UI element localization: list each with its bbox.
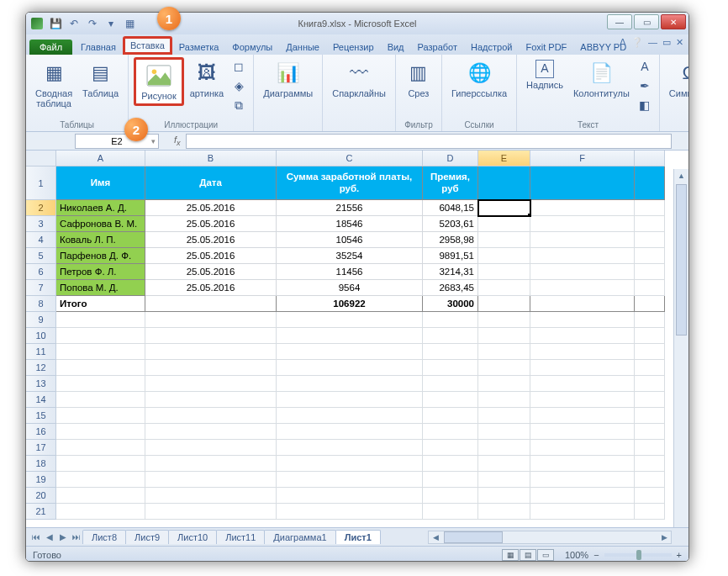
cell[interactable] — [635, 166, 665, 200]
workbook-min-icon[interactable]: — — [648, 37, 657, 48]
cell[interactable] — [478, 360, 530, 376]
cell[interactable] — [423, 488, 478, 504]
cell[interactable] — [145, 456, 277, 472]
cell[interactable]: 2958,98 — [423, 232, 478, 248]
cell[interactable] — [145, 472, 277, 488]
row-header[interactable]: 3 — [26, 216, 56, 232]
horizontal-scrollbar[interactable]: ◀ ▶ — [428, 531, 672, 544]
row-header[interactable]: 14 — [26, 392, 56, 408]
tab-view[interactable]: Вид — [381, 40, 411, 55]
scroll-up-icon[interactable]: ▲ — [674, 169, 688, 182]
row-header[interactable]: 12 — [26, 360, 56, 376]
cell[interactable] — [530, 296, 635, 312]
cell[interactable] — [56, 328, 145, 344]
cell[interactable]: 18546 — [277, 216, 423, 232]
view-layout-icon[interactable]: ▤ — [520, 549, 536, 561]
redo-icon[interactable]: ↷ — [85, 16, 100, 31]
row-header[interactable]: 21 — [26, 504, 56, 520]
cell[interactable] — [478, 424, 530, 440]
cell[interactable]: 10546 — [277, 232, 423, 248]
table-button[interactable]: ▤Таблица — [78, 57, 123, 101]
cell[interactable]: Итого — [56, 296, 145, 312]
tab-home[interactable]: Главная — [74, 40, 123, 55]
cell[interactable] — [635, 312, 665, 328]
cell[interactable] — [635, 376, 665, 392]
cell[interactable] — [530, 166, 635, 200]
cell[interactable] — [277, 504, 423, 520]
zoom-level[interactable]: 100% — [565, 550, 588, 560]
tab-formulas[interactable]: Формулы — [225, 40, 279, 55]
cell[interactable] — [145, 440, 277, 456]
tab-dev[interactable]: Разработ — [411, 40, 464, 55]
cell[interactable] — [277, 440, 423, 456]
picture-button[interactable]: Рисунок — [134, 57, 184, 106]
cell[interactable]: 9891,51 — [423, 248, 478, 264]
cell[interactable] — [530, 504, 635, 520]
cell[interactable] — [478, 264, 530, 280]
cell[interactable] — [277, 392, 423, 408]
charts-button[interactable]: 📊Диаграммы — [259, 57, 317, 101]
cell[interactable] — [145, 504, 277, 520]
cell[interactable] — [56, 312, 145, 328]
cell[interactable] — [56, 344, 145, 360]
cell[interactable] — [145, 408, 277, 424]
wordart-icon[interactable]: A — [636, 57, 654, 76]
zoom-out-icon[interactable]: − — [593, 550, 599, 560]
row-header[interactable]: 7 — [26, 280, 56, 296]
cell[interactable]: 11456 — [277, 264, 423, 280]
cell[interactable] — [635, 488, 665, 504]
scroll-right-icon[interactable]: ▶ — [657, 531, 671, 543]
cell[interactable]: Сумма заработной платы, руб. — [277, 166, 423, 200]
cell[interactable] — [423, 440, 478, 456]
cell[interactable] — [423, 360, 478, 376]
cell[interactable] — [530, 200, 635, 216]
col-header[interactable]: A — [56, 151, 145, 166]
vertical-scrollbar[interactable]: ▲ ▼ — [673, 169, 688, 544]
undo-icon[interactable]: ↶ — [66, 16, 82, 31]
cell[interactable] — [478, 392, 530, 408]
cell[interactable] — [277, 488, 423, 504]
cell[interactable] — [530, 264, 635, 280]
col-header[interactable]: E — [478, 151, 530, 166]
cell[interactable] — [56, 504, 145, 520]
cell[interactable] — [423, 312, 478, 328]
cell[interactable] — [635, 360, 665, 376]
cell[interactable]: 25.05.2016 — [145, 200, 277, 216]
cell[interactable] — [423, 504, 478, 520]
close-button[interactable]: ✕ — [661, 14, 686, 29]
cell[interactable] — [423, 456, 478, 472]
cell[interactable]: 6048,15 — [423, 200, 478, 216]
slicer-button[interactable]: ▥Срез — [401, 57, 436, 101]
sheet-nav-last-icon[interactable]: ⏭ — [70, 532, 83, 542]
col-header[interactable]: C — [277, 151, 423, 166]
cell[interactable] — [635, 408, 665, 424]
sheet-nav-prev-icon[interactable]: ◀ — [43, 532, 56, 542]
row-header[interactable]: 10 — [26, 328, 56, 344]
cell[interactable] — [56, 488, 145, 504]
scrollbar-thumb[interactable] — [444, 531, 503, 543]
workbook-restore-icon[interactable]: ▭ — [662, 37, 671, 48]
cell[interactable]: 106922 — [277, 296, 423, 312]
row-header[interactable]: 20 — [26, 488, 56, 504]
row-header[interactable]: 6 — [26, 264, 56, 280]
cell[interactable] — [478, 280, 530, 296]
cell[interactable] — [145, 312, 277, 328]
row-header[interactable]: 19 — [26, 472, 56, 488]
sheet-tab[interactable]: Лист8 — [82, 530, 126, 544]
cell[interactable] — [530, 328, 635, 344]
cell[interactable] — [145, 344, 277, 360]
cell[interactable]: Николаев А. Д. — [56, 200, 145, 216]
cell[interactable] — [56, 392, 145, 408]
sparklines-button[interactable]: 〰Спарклайны — [328, 57, 390, 101]
cell[interactable] — [478, 408, 530, 424]
cell[interactable] — [56, 424, 145, 440]
workbook-close-icon[interactable]: ✕ — [676, 37, 683, 48]
cell[interactable] — [635, 392, 665, 408]
cell[interactable] — [635, 264, 665, 280]
cell[interactable]: Сафронова В. М. — [56, 216, 145, 232]
cell[interactable] — [145, 392, 277, 408]
row-header[interactable]: 4 — [26, 232, 56, 248]
cell[interactable] — [530, 488, 635, 504]
cell[interactable] — [56, 472, 145, 488]
row-header[interactable]: 17 — [26, 440, 56, 456]
